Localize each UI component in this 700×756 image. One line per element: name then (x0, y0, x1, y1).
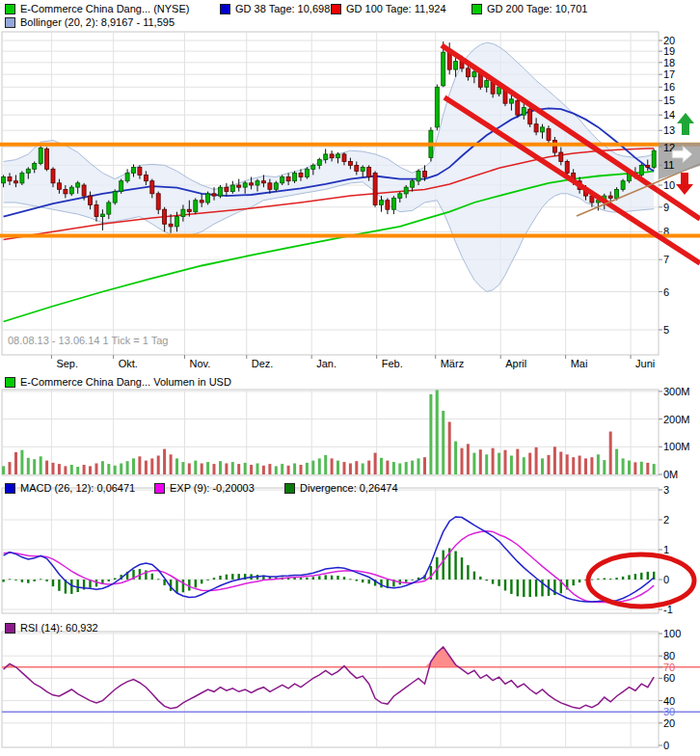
svg-text:18: 18 (663, 57, 675, 68)
up-arrow-icon (677, 113, 694, 135)
legend-label: E-Commerce China Dang... (NYSE) (20, 3, 189, 14)
svg-text:Sep.: Sep. (56, 358, 78, 369)
svg-text:9: 9 (663, 202, 669, 213)
macd-color-swatch (5, 483, 15, 494)
svg-text:300M: 300M (663, 386, 690, 397)
svg-text:Feb.: Feb. (382, 358, 403, 369)
svg-text:März: März (441, 358, 464, 369)
svg-text:Okt.: Okt. (119, 358, 138, 369)
macd-panel: 3210-1 (2, 484, 673, 615)
svg-text:Nov.: Nov. (190, 358, 211, 369)
exp-color-swatch (154, 483, 165, 494)
gd100-color-swatch (331, 4, 341, 14)
gd200-color-swatch (471, 4, 482, 14)
svg-text:30: 30 (663, 706, 675, 717)
svg-text:200M: 200M (663, 414, 690, 425)
svg-text:Dez.: Dez. (252, 358, 274, 369)
legend-label: Bollinger (20, 2): 8,9167 - 11,595 (20, 16, 175, 28)
legend-item-volume: E-Commerce China Dang... Volumen in USD (5, 376, 231, 388)
svg-text:60: 60 (663, 672, 675, 684)
legend-label: GD 38 Tage: 10,698 (235, 3, 330, 14)
svg-text:19: 19 (663, 45, 675, 57)
svg-text:16: 16 (663, 81, 675, 93)
svg-text:2: 2 (663, 514, 669, 526)
rsi-panel: 1008070604030200 (2, 628, 700, 751)
svg-text:20: 20 (663, 35, 675, 46)
chart-window: { "window": {"title": "E-Commerce China … (0, 0, 700, 756)
legend-label: MACD (26, 12): 0,06471 (20, 482, 135, 494)
svg-text:0: 0 (663, 574, 669, 585)
svg-text:40: 40 (663, 695, 675, 707)
legend-item-exp: EXP (9): -0,20003 (154, 482, 255, 494)
legend-item-gd100: GD 100 Tage: 11,924 (331, 3, 446, 14)
legend-item-divergence: Divergence: 0,26474 (284, 482, 398, 494)
svg-text:Mai: Mai (571, 358, 588, 369)
bollinger-color-swatch (5, 17, 15, 28)
gd38-color-swatch (220, 4, 230, 14)
legend-item-macd: MACD (26, 12): 0,06471 (5, 482, 135, 494)
legend-label: E-Commerce China Dang... Volumen in USD (20, 376, 231, 388)
stock-color-swatch (5, 4, 15, 14)
divergence-color-swatch (284, 483, 295, 494)
rsi-color-swatch (5, 623, 15, 634)
svg-text:Juni: Juni (635, 358, 655, 369)
volume-panel: 300M200M100M0M (2, 386, 690, 480)
legend-item-gd38: GD 38 Tage: 10,698 (220, 3, 330, 14)
legend-label: EXP (9): -0,20003 (170, 482, 255, 494)
legend-item-rsi: RSI (14): 60,932 (5, 622, 98, 634)
down-arrow-icon (676, 173, 693, 195)
svg-text:11: 11 (663, 159, 674, 171)
svg-text:5: 5 (663, 324, 669, 336)
svg-text:0M: 0M (663, 469, 678, 480)
legend-label: GD 100 Tage: 11,924 (346, 3, 446, 14)
svg-text:70: 70 (663, 662, 675, 673)
legend-label: RSI (14): 60,932 (20, 622, 98, 634)
svg-text:08.08.13 - 13.06.14 1 Tick =: 08.08.13 - 13.06.14 1 Tick = 1 Tag (8, 335, 168, 346)
svg-text:6: 6 (663, 286, 669, 298)
svg-text:1: 1 (663, 544, 669, 555)
svg-text:20: 20 (663, 717, 675, 729)
legend-label: Divergence: 0,26474 (300, 482, 398, 494)
svg-text:Jan.: Jan. (316, 358, 337, 369)
svg-text:7: 7 (663, 254, 669, 265)
svg-text:14: 14 (663, 109, 675, 121)
legend-item-bollinger: Bollinger (20, 2): 8,9167 - 11,595 (5, 16, 175, 28)
svg-text:10: 10 (663, 179, 675, 191)
svg-text:0: 0 (663, 740, 669, 751)
legend-item-gd200: GD 200 Tage: 10,701 (471, 3, 587, 14)
volume-color-swatch (5, 377, 15, 388)
svg-text:15: 15 (663, 94, 675, 106)
svg-text:13: 13 (663, 124, 675, 136)
svg-text:100: 100 (663, 628, 681, 639)
price-panel: 567891011121314151617181920Sep.Okt.Nov.D… (2, 32, 676, 369)
svg-text:3: 3 (663, 484, 669, 496)
svg-text:80: 80 (663, 650, 675, 662)
svg-text:17: 17 (663, 68, 675, 80)
legend-label: GD 200 Tage: 10,701 (487, 3, 587, 14)
svg-text:April: April (505, 358, 526, 369)
legend-item-stock: E-Commerce China Dang... (NYSE) (5, 3, 189, 14)
svg-text:100M: 100M (663, 441, 690, 452)
